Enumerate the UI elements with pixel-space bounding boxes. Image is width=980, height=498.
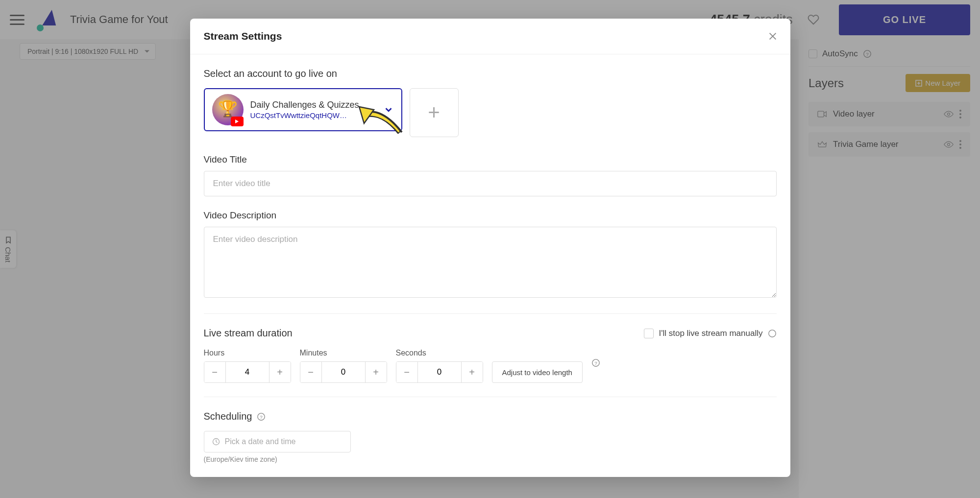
date-placeholder: Pick a date and time <box>225 437 296 446</box>
timezone-note: (Europe/Kiev time zone) <box>204 455 777 463</box>
duration-row: Hours − + Minutes − + Seco <box>204 349 777 383</box>
account-info: Daily Challenges & Quizzes UCzQstTvWwttz… <box>250 100 376 119</box>
manual-stop-checkbox[interactable] <box>644 329 654 338</box>
modal-header: Stream Settings <box>190 19 790 54</box>
help-icon[interactable]: ? <box>768 329 777 338</box>
minutes-increment[interactable]: + <box>365 362 387 382</box>
video-desc-input[interactable] <box>204 227 777 298</box>
add-account-button[interactable]: + <box>410 88 459 137</box>
hours-stepper: − + <box>204 361 291 383</box>
minutes-label: Minutes <box>300 349 387 357</box>
divider <box>204 313 777 314</box>
minutes-col: Minutes − + <box>300 349 387 383</box>
minutes-stepper: − + <box>300 361 387 383</box>
scheduling-label: Scheduling ? <box>204 411 777 422</box>
svg-point-6 <box>768 330 775 336</box>
minutes-input[interactable] <box>322 362 365 382</box>
seconds-label: Seconds <box>396 349 483 357</box>
svg-text:?: ? <box>594 360 597 366</box>
video-title-group: Video Title <box>204 154 777 196</box>
youtube-badge-icon <box>231 117 244 126</box>
help-icon[interactable]: ? <box>257 412 266 421</box>
hours-label: Hours <box>204 349 291 357</box>
divider <box>204 397 777 397</box>
seconds-stepper: − + <box>396 361 483 383</box>
minutes-decrement[interactable]: − <box>300 362 322 382</box>
hours-col: Hours − + <box>204 349 291 383</box>
manual-stop-row: I'll stop live stream manually ? <box>644 329 776 338</box>
hours-input[interactable] <box>226 362 269 382</box>
date-picker[interactable]: Pick a date and time <box>204 431 351 452</box>
stream-settings-modal: Stream Settings Select an account to go … <box>190 19 790 477</box>
close-icon[interactable] <box>769 32 777 40</box>
video-title-input[interactable] <box>204 171 777 196</box>
seconds-decrement[interactable]: − <box>396 362 418 382</box>
video-desc-group: Video Description <box>204 210 777 300</box>
modal-overlay[interactable]: Stream Settings Select an account to go … <box>0 0 980 498</box>
account-row: Daily Challenges & Quizzes UCzQstTvWwttz… <box>204 88 777 137</box>
svg-text:?: ? <box>260 414 263 419</box>
duration-label: Live stream duration <box>204 328 293 339</box>
manual-stop-label: I'll stop live stream manually <box>659 329 762 338</box>
account-avatar <box>212 94 244 125</box>
clock-icon <box>212 438 220 446</box>
chevron-down-icon <box>383 104 394 115</box>
select-account-label: Select an account to go live on <box>204 68 777 79</box>
account-name: Daily Challenges & Quizzes <box>250 100 376 110</box>
hours-increment[interactable]: + <box>269 362 291 382</box>
video-desc-label: Video Description <box>204 210 777 221</box>
help-icon[interactable]: ? <box>591 358 600 367</box>
seconds-increment[interactable]: + <box>461 362 483 382</box>
account-id: UCzQstTvWwttzieQqtHQW… <box>250 111 376 119</box>
account-card[interactable]: Daily Challenges & Quizzes UCzQstTvWwttz… <box>204 88 402 131</box>
modal-body: Select an account to go live on Daily Ch… <box>190 54 790 477</box>
duration-header: Live stream duration I'll stop live stre… <box>204 328 777 339</box>
seconds-col: Seconds − + <box>396 349 483 383</box>
hours-decrement[interactable]: − <box>204 362 226 382</box>
plus-icon: + <box>428 102 440 123</box>
video-title-label: Video Title <box>204 154 777 165</box>
seconds-input[interactable] <box>418 362 461 382</box>
adjust-length-button[interactable]: Adjust to video length <box>492 361 583 383</box>
modal-title: Stream Settings <box>204 30 282 42</box>
